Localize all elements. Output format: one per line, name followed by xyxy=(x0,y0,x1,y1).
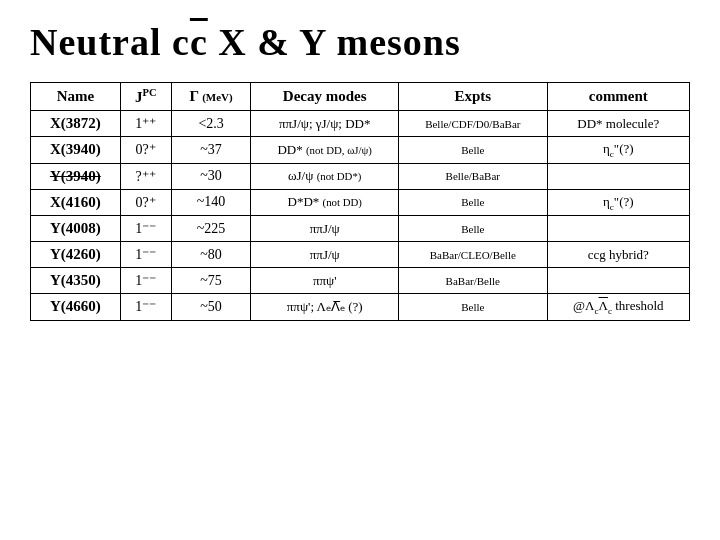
table-row-name: Y(4008) xyxy=(31,216,121,242)
col-header-gamma: Γ (MeV) xyxy=(171,83,251,111)
table-row-decay: ππJ/ψ xyxy=(251,242,399,268)
table-row-jpc: ?⁺⁺ xyxy=(120,163,171,189)
table-row-name: Y(3940) xyxy=(31,163,121,189)
table-row-expts: BaBar/CLEO/Belle xyxy=(398,242,547,268)
table-row-name: X(4160) xyxy=(31,189,121,216)
table-row-name: Y(4660) xyxy=(31,294,121,321)
table-row-name: Y(4350) xyxy=(31,268,121,294)
col-header-comment: comment xyxy=(547,83,689,111)
table-row-gamma: ~225 xyxy=(171,216,251,242)
table-row-gamma: ~75 xyxy=(171,268,251,294)
table-row-decay: ππψ'; ΛₑΛ̅ₑ (?) xyxy=(251,294,399,321)
table-row-jpc: 1⁻⁻ xyxy=(120,242,171,268)
table-row-decay: DD* (not DD, ωJ/ψ) xyxy=(251,137,399,164)
table-row-expts: BaBar/Belle xyxy=(398,268,547,294)
table-row-jpc: 0?⁺ xyxy=(120,137,171,164)
table-row-gamma: ~140 xyxy=(171,189,251,216)
table-row-comment xyxy=(547,163,689,189)
table-row-decay: ωJ/ψ (not DD*) xyxy=(251,163,399,189)
col-header-decay: Decay modes xyxy=(251,83,399,111)
table-row-comment: ηc"(?) xyxy=(547,189,689,216)
table-row-jpc: 1⁻⁻ xyxy=(120,268,171,294)
table-row-jpc: 1⁻⁻ xyxy=(120,294,171,321)
table-row-expts: Belle xyxy=(398,137,547,164)
table-row-name: Y(4260) xyxy=(31,242,121,268)
table-row-decay: ππψ' xyxy=(251,268,399,294)
table-row-gamma: ~80 xyxy=(171,242,251,268)
table-row-expts: Belle xyxy=(398,216,547,242)
table-row-comment: @ΛcΛc threshold xyxy=(547,294,689,321)
table-row-expts: Belle/CDF/D0/BaBar xyxy=(398,111,547,137)
col-header-jpc: JPC xyxy=(120,83,171,111)
table-row-gamma: <2.3 xyxy=(171,111,251,137)
table-row-gamma: ~37 xyxy=(171,137,251,164)
table-row-expts: Belle xyxy=(398,189,547,216)
table-row-decay: ππJ/ψ; γJ/ψ; DD* xyxy=(251,111,399,137)
table-row-decay: D*D* (not DD) xyxy=(251,189,399,216)
table-row-name: X(3940) xyxy=(31,137,121,164)
table-row-gamma: ~30 xyxy=(171,163,251,189)
table-row-comment xyxy=(547,268,689,294)
data-table: Name JPC Γ (MeV) Decay modes Expts comme… xyxy=(30,82,690,321)
table-row-comment xyxy=(547,216,689,242)
table-row-jpc: 0?⁺ xyxy=(120,189,171,216)
table-row-expts: Belle/BaBar xyxy=(398,163,547,189)
table-row-jpc: 1⁻⁻ xyxy=(120,216,171,242)
table-row-expts: Belle xyxy=(398,294,547,321)
table-row-decay: ππJ/ψ xyxy=(251,216,399,242)
table-row-comment: ccg hybrid? xyxy=(547,242,689,268)
table-row-comment: DD* molecule? xyxy=(547,111,689,137)
page-title: Neutral cc X & Y mesons xyxy=(30,20,690,64)
col-header-name: Name xyxy=(31,83,121,111)
table-row-name: X(3872) xyxy=(31,111,121,137)
col-header-expts: Expts xyxy=(398,83,547,111)
table-row-comment: ηc"(?) xyxy=(547,137,689,164)
table-row-gamma: ~50 xyxy=(171,294,251,321)
table-row-jpc: 1⁺⁺ xyxy=(120,111,171,137)
